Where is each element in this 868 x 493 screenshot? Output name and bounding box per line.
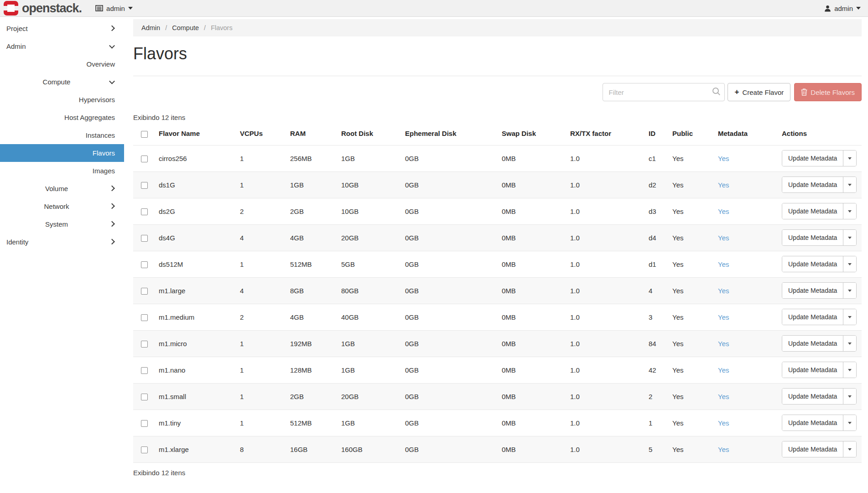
row-actions-caret-button[interactable] <box>843 150 856 166</box>
col-rxtx-factor: RX/TX factor <box>567 123 645 145</box>
row-checkbox[interactable] <box>141 394 148 400</box>
cell-swap-disk: 0MB <box>498 277 567 304</box>
metadata-link[interactable]: Yes <box>718 313 729 321</box>
cell-swap-disk: 0MB <box>498 198 567 224</box>
row-actions-caret-button[interactable] <box>843 283 856 298</box>
breadcrumb-current: Flavors <box>211 24 233 31</box>
filter-input[interactable] <box>603 83 725 101</box>
cell-swap-disk: 0MB <box>498 145 567 171</box>
cell-vcpus: 4 <box>236 277 286 304</box>
row-checkbox[interactable] <box>141 235 148 242</box>
caret-down-icon <box>848 290 852 292</box>
update-metadata-button[interactable]: Update Metadata <box>782 283 843 298</box>
sidebar-item-flavors[interactable]: Flavors <box>0 144 124 162</box>
cell-public: Yes <box>669 251 714 277</box>
cell-ephemeral-disk: 0GB <box>401 251 498 277</box>
row-checkbox[interactable] <box>141 182 148 189</box>
row-checkbox[interactable] <box>141 314 148 321</box>
update-metadata-button[interactable]: Update Metadata <box>782 203 843 219</box>
row-actions-caret-button[interactable] <box>843 230 856 245</box>
row-actions: Update Metadata <box>782 309 857 325</box>
row-actions-caret-button[interactable] <box>843 336 856 351</box>
row-checkbox[interactable] <box>141 288 148 295</box>
update-metadata-button[interactable]: Update Metadata <box>782 256 843 272</box>
row-checkbox[interactable] <box>141 367 148 374</box>
row-checkbox[interactable] <box>141 420 148 427</box>
row-actions-caret-button[interactable] <box>843 203 856 219</box>
metadata-link[interactable]: Yes <box>718 287 729 295</box>
metadata-link[interactable]: Yes <box>718 155 729 162</box>
cell-rxtx-factor: 1.0 <box>567 383 645 410</box>
sidebar-item-hypervisors[interactable]: Hypervisors <box>0 91 124 109</box>
select-all-checkbox[interactable] <box>141 131 148 138</box>
search-icon[interactable] <box>712 87 721 96</box>
update-metadata-button[interactable]: Update Metadata <box>782 150 843 166</box>
update-metadata-button[interactable]: Update Metadata <box>782 362 843 378</box>
caret-down-icon <box>848 237 852 239</box>
metadata-link[interactable]: Yes <box>718 260 729 268</box>
metadata-link[interactable]: Yes <box>718 340 729 348</box>
row-actions-caret-button[interactable] <box>843 415 856 431</box>
row-actions-caret-button[interactable] <box>843 309 856 325</box>
row-checkbox[interactable] <box>141 261 148 268</box>
sidebar-item-admin[interactable]: Admin <box>0 37 124 55</box>
sidebar-item-images[interactable]: Images <box>0 162 124 180</box>
cell-vcpus: 1 <box>236 410 286 436</box>
row-checkbox[interactable] <box>141 341 148 348</box>
row-actions-caret-button[interactable] <box>843 177 856 192</box>
cell-rxtx-factor: 1.0 <box>567 410 645 436</box>
sidebar-item-host-aggregates[interactable]: Host Aggregates <box>0 109 124 126</box>
sidebar-item-volume[interactable]: Volume <box>0 180 124 197</box>
metadata-link[interactable]: Yes <box>718 366 729 374</box>
sidebar-item-identity[interactable]: Identity <box>0 233 124 251</box>
cell-id: 3 <box>645 304 669 330</box>
row-checkbox[interactable] <box>141 156 148 162</box>
row-checkbox[interactable] <box>141 446 148 453</box>
project-selector-dropdown[interactable]: admin <box>95 5 133 12</box>
cell-ephemeral-disk: 0GB <box>401 277 498 304</box>
metadata-link[interactable]: Yes <box>718 208 729 215</box>
cell-ram: 128MB <box>286 357 338 383</box>
row-actions: Update Metadata <box>782 282 857 299</box>
row-actions-caret-button[interactable] <box>843 256 856 272</box>
sidebar-item-network[interactable]: Network <box>0 197 124 215</box>
breadcrumb-link-admin[interactable]: Admin <box>141 24 160 31</box>
update-metadata-button[interactable]: Update Metadata <box>782 230 843 245</box>
cell-flavor-name: cirros256 <box>155 145 236 171</box>
sidebar-item-compute[interactable]: Compute <box>0 73 124 91</box>
metadata-link[interactable]: Yes <box>718 446 729 453</box>
sidebar-item-overview[interactable]: Overview <box>0 55 124 73</box>
trash-icon <box>801 88 807 96</box>
update-metadata-button[interactable]: Update Metadata <box>782 415 843 431</box>
breadcrumb-link-compute[interactable]: Compute <box>172 24 199 31</box>
openstack-logo-icon <box>4 1 18 16</box>
row-checkbox[interactable] <box>141 208 148 215</box>
update-metadata-button[interactable]: Update Metadata <box>782 441 843 457</box>
table-toolbar: + Create Flavor Delete Flavors <box>133 83 862 101</box>
sidebar-item-instances[interactable]: Instances <box>0 126 124 144</box>
cell-rxtx-factor: 1.0 <box>567 436 645 462</box>
row-actions-caret-button[interactable] <box>843 441 856 457</box>
update-metadata-button[interactable]: Update Metadata <box>782 309 843 325</box>
metadata-link[interactable]: Yes <box>718 419 729 427</box>
delete-flavors-button[interactable]: Delete Flavors <box>794 83 862 101</box>
col-ram: RAM <box>286 123 338 145</box>
metadata-link[interactable]: Yes <box>718 181 729 189</box>
sidebar-item-system[interactable]: System <box>0 215 124 233</box>
sidebar-item-project[interactable]: Project <box>0 20 124 37</box>
col-ephemeral-disk: Ephemeral Disk <box>401 123 498 145</box>
table-row: ds1G 1 1GB 10GB 0GB 0MB 1.0 d2 Yes Yes U… <box>133 171 862 198</box>
cell-vcpus: 2 <box>236 198 286 224</box>
update-metadata-button[interactable]: Update Metadata <box>782 336 843 351</box>
update-metadata-button[interactable]: Update Metadata <box>782 389 843 404</box>
create-flavor-button[interactable]: + Create Flavor <box>728 83 790 101</box>
row-actions-caret-button[interactable] <box>843 362 856 378</box>
cell-swap-disk: 0MB <box>498 224 567 251</box>
metadata-link[interactable]: Yes <box>718 234 729 242</box>
metadata-link[interactable]: Yes <box>718 393 729 400</box>
row-actions-caret-button[interactable] <box>843 389 856 404</box>
caret-down-icon <box>856 7 861 10</box>
update-metadata-button[interactable]: Update Metadata <box>782 177 843 192</box>
openstack-brand[interactable]: openstack. <box>4 1 82 16</box>
user-menu-dropdown[interactable]: admin <box>824 5 861 12</box>
